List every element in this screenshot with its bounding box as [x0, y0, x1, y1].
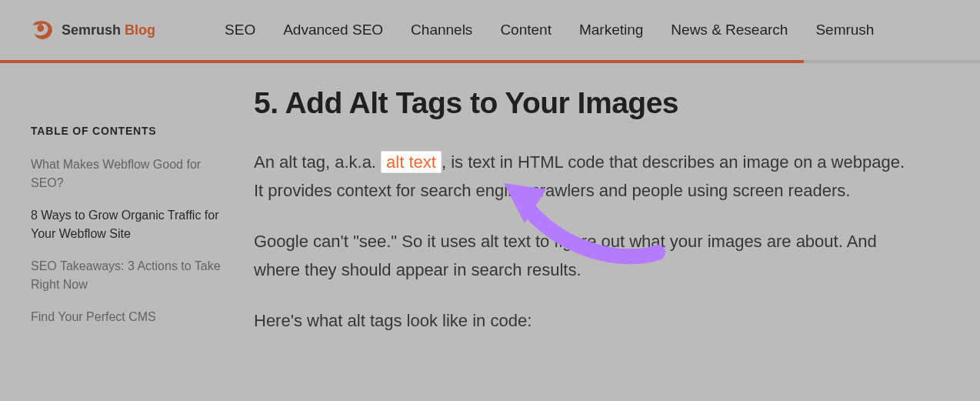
nav-semrush[interactable]: Semrush	[815, 22, 874, 38]
page-content: TABLE OF CONTENTS What Makes Webflow Goo…	[0, 63, 980, 356]
article-body: 5. Add Alt Tags to Your Images An alt ta…	[254, 86, 915, 356]
toc-item[interactable]: SEO Takeaways: 3 Actions to Take Right N…	[31, 257, 223, 294]
toc-item[interactable]: 8 Ways to Grow Organic Traffic for Your …	[31, 206, 223, 243]
brand-text: Semrush Blog	[62, 22, 155, 38]
nav-channels[interactable]: Channels	[411, 22, 472, 38]
paragraph: Google can't "see." So it uses alt text …	[254, 227, 915, 285]
primary-nav: SEO Advanced SEO Channels Content Market…	[225, 22, 874, 38]
table-of-contents: TABLE OF CONTENTS What Makes Webflow Goo…	[31, 86, 223, 356]
paragraph: An alt tag, a.k.a. alt text, is text in …	[254, 148, 915, 206]
reading-progress-track	[0, 60, 980, 63]
paragraph: Here's what alt tags look like in code:	[254, 306, 915, 335]
alt-text-link[interactable]: alt text	[381, 151, 442, 173]
nav-marketing[interactable]: Marketing	[579, 22, 643, 38]
toc-item[interactable]: What Makes Webflow Good for SEO?	[31, 155, 223, 192]
toc-item[interactable]: Find Your Perfect CMS	[31, 308, 223, 326]
semrush-flame-icon	[31, 18, 54, 42]
nav-content[interactable]: Content	[500, 22, 552, 38]
page-header: Semrush Blog SEO Advanced SEO Channels C…	[0, 0, 980, 60]
section-heading: 5. Add Alt Tags to Your Images	[254, 86, 915, 120]
toc-heading: TABLE OF CONTENTS	[31, 125, 223, 137]
nav-advanced-seo[interactable]: Advanced SEO	[283, 22, 383, 38]
nav-news-research[interactable]: News & Research	[671, 22, 788, 38]
brand-logo[interactable]: Semrush Blog	[31, 18, 155, 42]
reading-progress-bar	[0, 60, 804, 63]
nav-seo[interactable]: SEO	[225, 22, 255, 38]
